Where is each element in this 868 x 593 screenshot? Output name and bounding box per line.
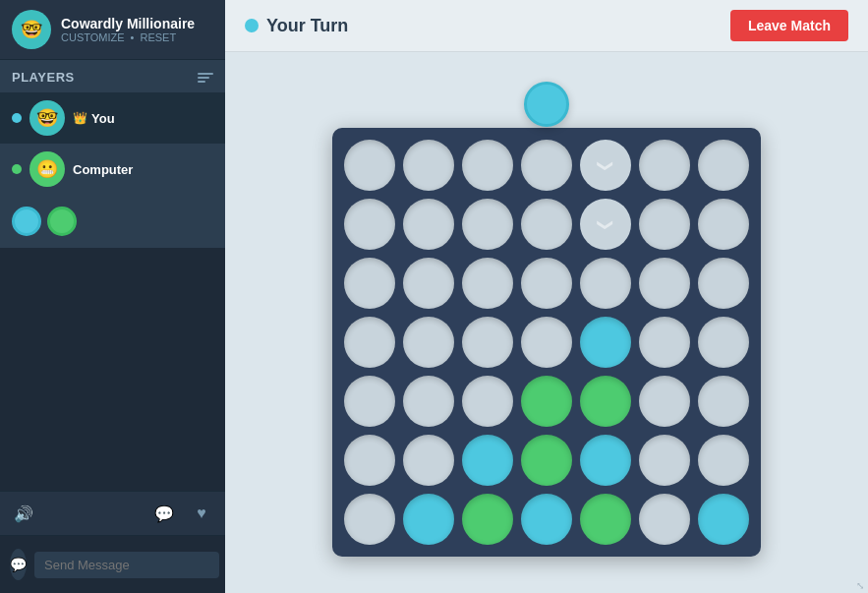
app-title-block: Cowardly Millionaire CUSTOMIZE • RESET (61, 16, 195, 43)
cell-r6-c6[interactable] (698, 494, 749, 545)
cell-r6-c1[interactable] (403, 494, 454, 545)
player-info-computer: Computer (73, 162, 133, 177)
main-area: Your Turn Leave Match ⤡ (225, 0, 868, 593)
cell-r4-c1[interactable] (403, 376, 454, 427)
game-area: ⤡ (225, 52, 868, 593)
cell-r6-c5[interactable] (639, 494, 690, 545)
player-avatar-computer: 😬 (29, 151, 65, 187)
cell-r2-c4[interactable] (580, 258, 631, 309)
turn-label: Your Turn (266, 16, 348, 36)
sound-button[interactable]: 🔊 (8, 498, 39, 529)
cell-r2-c3[interactable] (521, 258, 572, 309)
player-name-computer: Computer (73, 162, 133, 177)
cell-r5-c4[interactable] (580, 435, 631, 486)
customize-link[interactable]: CUSTOMIZE (61, 31, 125, 43)
player-row-you[interactable]: 🤓 👑 You (0, 92, 225, 144)
cell-r6-c2[interactable] (462, 494, 513, 545)
cell-r6-c3[interactable] (521, 494, 572, 545)
floating-token (524, 82, 569, 127)
cell-r3-c5[interactable] (639, 317, 690, 368)
cell-r2-c5[interactable] (639, 258, 690, 309)
game-board[interactable] (332, 128, 761, 557)
sidebar: 🤓 Cowardly Millionaire CUSTOMIZE • RESET… (0, 0, 225, 593)
turn-indicator: Your Turn (245, 16, 348, 36)
cell-r4-c3[interactable] (521, 376, 572, 427)
cell-r5-c0[interactable] (344, 435, 395, 486)
cell-r1-c0[interactable] (344, 199, 395, 250)
leave-match-button[interactable]: Leave Match (730, 10, 848, 41)
bottom-bar: 🔊 💬 ♥ (0, 491, 225, 535)
cell-r5-c2[interactable] (462, 435, 513, 486)
reset-link[interactable]: RESET (140, 31, 176, 43)
cell-r6-c4[interactable] (580, 494, 631, 545)
player-avatar-you: 🤓 (29, 100, 65, 136)
cell-r1-c1[interactable] (403, 199, 454, 250)
heart-button[interactable]: ♥ (186, 498, 217, 529)
cell-r1-c6[interactable] (698, 199, 749, 250)
cell-r4-c5[interactable] (639, 376, 690, 427)
cell-r2-c0[interactable] (344, 258, 395, 309)
separator: • (131, 31, 135, 43)
main-header: Your Turn Leave Match (225, 0, 868, 52)
chat-toggle-button[interactable]: 💬 (148, 498, 180, 529)
cell-r5-c1[interactable] (403, 435, 454, 486)
players-section-header: Players (0, 60, 225, 92)
cell-r6-c0[interactable] (344, 494, 395, 545)
cell-r0-c4[interactable] (580, 140, 631, 191)
cell-r5-c3[interactable] (521, 435, 572, 486)
player-name-you: 👑 You (73, 111, 115, 126)
player-status-dot-computer (12, 164, 22, 174)
cell-r1-c4[interactable] (580, 199, 631, 250)
player-row-computer[interactable]: 😬 Computer (0, 144, 225, 195)
cell-r4-c4[interactable] (580, 376, 631, 427)
token-green (47, 207, 77, 236)
cell-r5-c6[interactable] (698, 435, 749, 486)
message-input-bar: 💬 Send Message (0, 535, 225, 593)
app-subtitle: CUSTOMIZE • RESET (61, 31, 195, 43)
app-avatar: 🤓 (12, 10, 51, 49)
player-status-dot-you (12, 113, 22, 123)
cell-r3-c1[interactable] (403, 317, 454, 368)
cell-r2-c6[interactable] (698, 258, 749, 309)
app-title: Cowardly Millionaire (61, 16, 195, 31)
cell-r0-c3[interactable] (521, 140, 572, 191)
cell-r1-c2[interactable] (462, 199, 513, 250)
chat-icon-button[interactable]: 💬 (10, 549, 27, 580)
token-display (0, 195, 225, 248)
cell-r0-c1[interactable] (403, 140, 454, 191)
cell-r1-c5[interactable] (639, 199, 690, 250)
crown-icon-you: 👑 (73, 111, 87, 125)
cell-r5-c5[interactable] (639, 435, 690, 486)
cell-r0-c2[interactable] (462, 140, 513, 191)
cell-r2-c1[interactable] (403, 258, 454, 309)
resize-handle[interactable]: ⤡ (852, 577, 868, 593)
cell-r3-c0[interactable] (344, 317, 395, 368)
cell-r3-c6[interactable] (698, 317, 749, 368)
filter-icon[interactable] (198, 73, 213, 83)
cell-r3-c3[interactable] (521, 317, 572, 368)
cell-r0-c0[interactable] (344, 140, 395, 191)
cell-r4-c0[interactable] (344, 376, 395, 427)
token-cyan (12, 207, 41, 236)
cell-r3-c2[interactable] (462, 317, 513, 368)
players-label: Players (12, 70, 75, 85)
sidebar-header: 🤓 Cowardly Millionaire CUSTOMIZE • RESET (0, 0, 225, 60)
message-input[interactable] (34, 552, 219, 578)
cell-r4-c6[interactable] (698, 376, 749, 427)
turn-dot (245, 19, 259, 32)
chat-area (0, 248, 225, 491)
cell-r4-c2[interactable] (462, 376, 513, 427)
player-info-you: 👑 You (73, 111, 115, 126)
cell-r0-c5[interactable] (639, 140, 690, 191)
cell-r1-c3[interactable] (521, 199, 572, 250)
cell-r0-c6[interactable] (698, 140, 749, 191)
cell-r2-c2[interactable] (462, 258, 513, 309)
cell-r3-c4[interactable] (580, 317, 631, 368)
